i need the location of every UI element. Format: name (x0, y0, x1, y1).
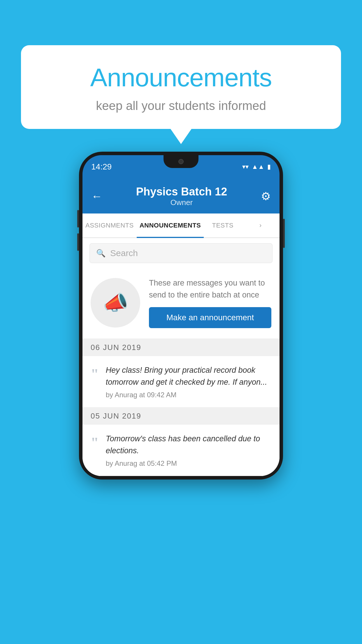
quote-icon-2: " (91, 435, 99, 450)
make-announcement-button[interactable]: Make an announcement (149, 307, 271, 328)
status-bar: 14:29 ▾▾ ▲▲ ▮ (82, 155, 280, 178)
battery-icon: ▮ (267, 163, 271, 171)
megaphone-icon: 📣 (103, 291, 128, 315)
phone-screen: ← Physics Batch 12 Owner ⚙ ASSIGNMENTS A… (82, 178, 280, 476)
search-icon: 🔍 (96, 249, 106, 258)
tab-announcements[interactable]: ANNOUNCEMENTS (137, 214, 204, 237)
phone-wrapper: 14:29 ▾▾ ▲▲ ▮ ← Physics Batch 12 Owner ⚙ (21, 152, 341, 480)
announcement-text-2: Tomorrow's class has been cancelled due … (106, 433, 271, 456)
wifi-icon: ▾▾ (242, 163, 249, 171)
settings-icon[interactable]: ⚙ (261, 190, 271, 203)
announcement-item-2[interactable]: " Tomorrow's class has been cancelled du… (82, 425, 280, 476)
tab-more[interactable]: › (242, 214, 280, 237)
quote-icon-1: " (91, 367, 99, 381)
volume-buttons (77, 210, 79, 251)
announcement-content-1: Hey class! Bring your practical record b… (106, 364, 271, 399)
power-btn (283, 219, 285, 248)
promo-icon-circle: 📣 (91, 278, 140, 328)
date-separator-1: 06 JUN 2019 (82, 339, 280, 356)
promo-description: These are messages you want to send to t… (149, 277, 271, 301)
back-button[interactable]: ← (91, 190, 102, 203)
search-container: 🔍 Search (82, 238, 280, 268)
status-time: 14:29 (91, 162, 112, 172)
header-subtitle: Owner (136, 198, 227, 207)
speech-bubble-container: Announcements keep all your students inf… (21, 45, 341, 129)
speech-bubble-subtitle: keep all your students informed (44, 99, 318, 113)
volume-down-btn (77, 233, 79, 251)
camera (178, 159, 184, 164)
search-bar[interactable]: 🔍 Search (89, 243, 273, 263)
header-center: Physics Batch 12 Owner (136, 186, 227, 207)
signal-icon: ▲▲ (252, 163, 264, 171)
announcement-item-1[interactable]: " Hey class! Bring your practical record… (82, 356, 280, 407)
app-header: ← Physics Batch 12 Owner ⚙ (82, 178, 280, 214)
speech-bubble: Announcements keep all your students inf… (21, 45, 341, 129)
announcement-content-2: Tomorrow's class has been cancelled due … (106, 433, 271, 468)
phone-device: 14:29 ▾▾ ▲▲ ▮ ← Physics Batch 12 Owner ⚙ (79, 152, 283, 480)
announcement-text-1: Hey class! Bring your practical record b… (106, 364, 271, 388)
promo-area: 📣 These are messages you want to send to… (82, 268, 280, 339)
power-button (283, 219, 285, 248)
tab-assignments[interactable]: ASSIGNMENTS (82, 214, 137, 237)
date-separator-2: 05 JUN 2019 (82, 407, 280, 425)
tab-tests[interactable]: TESTS (204, 214, 242, 237)
promo-right: These are messages you want to send to t… (149, 277, 271, 328)
announcement-meta-1: by Anurag at 09:42 AM (106, 391, 271, 399)
announcement-meta-2: by Anurag at 05:42 PM (106, 459, 271, 468)
search-placeholder: Search (110, 248, 138, 258)
status-icons: ▾▾ ▲▲ ▮ (242, 163, 271, 171)
notch (164, 155, 198, 168)
tabs-bar: ASSIGNMENTS ANNOUNCEMENTS TESTS › (82, 214, 280, 238)
volume-up-btn (77, 210, 79, 228)
speech-bubble-title: Announcements (44, 63, 318, 92)
header-title: Physics Batch 12 (136, 186, 227, 198)
